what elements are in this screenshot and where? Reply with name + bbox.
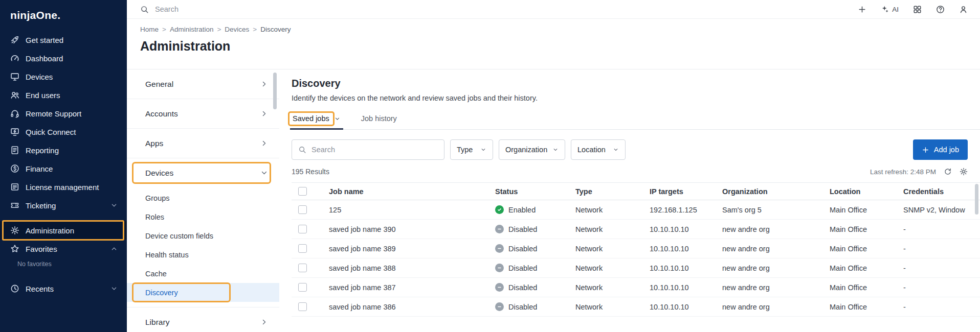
select-all-checkbox[interactable] — [298, 187, 307, 196]
help-icon[interactable] — [936, 5, 945, 14]
table-scrollbar[interactable] — [975, 184, 978, 215]
headset-icon — [10, 109, 19, 118]
finance-icon — [10, 164, 19, 173]
row-checkbox-cell — [292, 244, 329, 253]
subnav-item-general[interactable]: General — [127, 69, 279, 99]
breadcrumb-item-devices[interactable]: Devices — [225, 26, 249, 33]
row-checkbox[interactable] — [298, 225, 307, 233]
column-header-location[interactable]: Location — [830, 187, 903, 196]
sidebar-item-label: Favorites — [26, 245, 57, 253]
sidebar-item-remote-support[interactable]: Remote Support — [0, 104, 127, 123]
subnav-child-health-status[interactable]: Health status — [127, 245, 279, 264]
toolbar: TypeOrganizationLocation Add job — [292, 139, 980, 160]
subnav-item-library[interactable]: Library — [127, 307, 279, 332]
type-cell: Network — [575, 264, 650, 272]
column-header-ip-targets[interactable]: IP targets — [650, 187, 722, 196]
add-job-button[interactable]: Add job — [913, 139, 968, 160]
refresh-icon[interactable] — [944, 168, 952, 176]
table-settings-icon[interactable] — [960, 168, 968, 176]
content-row: GeneralAccountsAppsDevicesGroupsRolesDev… — [127, 69, 980, 332]
row-checkbox-cell — [292, 302, 329, 312]
subnav-child-cache[interactable]: Cache — [127, 264, 279, 283]
table-row[interactable]: 125EnabledNetwork192.168.1.125Sam's org … — [292, 200, 980, 220]
ip-targets-cell: 10.10.10.10 — [650, 303, 722, 311]
monitor-icon — [10, 72, 19, 81]
gauge-icon — [10, 54, 19, 63]
breadcrumb-item-home[interactable]: Home — [140, 26, 159, 33]
subnav-item-devices[interactable]: Devices — [127, 158, 279, 187]
quick-add-icon[interactable] — [858, 5, 866, 14]
chevron-right-icon — [260, 110, 268, 117]
sidebar-item-end-users[interactable]: End users — [0, 86, 127, 104]
sidebar-item-get-started[interactable]: Get started — [0, 31, 127, 49]
filter-label: Organization — [505, 146, 547, 154]
status-disabled-icon — [495, 264, 504, 272]
filter-location[interactable]: Location — [571, 139, 626, 160]
ninjaone-logo[interactable]: ninjaOne. — [0, 6, 127, 31]
table-row[interactable]: saved job name 386DisabledNetwork10.10.1… — [292, 297, 980, 317]
sidebar-item-label: Recents — [26, 284, 54, 293]
row-checkbox[interactable] — [298, 264, 307, 272]
sidebar-item-license-management[interactable]: License management — [0, 178, 127, 196]
row-checkbox[interactable] — [298, 283, 307, 292]
sidebar-item-quick-connect[interactable]: Quick Connect — [0, 123, 127, 141]
subnav-item-accounts[interactable]: Accounts — [127, 99, 279, 128]
row-checkbox[interactable] — [298, 302, 307, 311]
table-search-input[interactable] — [311, 146, 438, 154]
status-disabled-icon — [495, 225, 504, 233]
ip-targets-cell: 10.10.10.10 — [650, 283, 722, 292]
table-row[interactable]: saved job name 389DisabledNetwork10.10.1… — [292, 239, 980, 258]
breadcrumb-separator: > — [253, 26, 257, 33]
organization-cell: Sam's org 5 — [722, 206, 830, 214]
sidebar-item-label: Administration — [26, 226, 74, 235]
sidebar-item-administration[interactable]: Administration — [0, 221, 127, 240]
tab-job-history[interactable]: Job history — [360, 114, 398, 129]
subnav-child-device-custom-fields[interactable]: Device custom fields — [127, 226, 279, 245]
column-header-type[interactable]: Type — [575, 187, 650, 196]
chevron-right-icon — [260, 318, 268, 326]
subnav-child-discovery[interactable]: Discovery — [127, 283, 279, 302]
user-profile-icon[interactable] — [959, 5, 968, 14]
ticket-icon — [10, 201, 19, 210]
column-header-status[interactable]: Status — [495, 187, 575, 196]
sidebar-item-ticketing[interactable]: Ticketing — [0, 196, 127, 215]
page-title: Administration — [127, 33, 980, 62]
global-search[interactable] — [140, 5, 370, 14]
row-checkbox[interactable] — [298, 205, 307, 214]
row-checkbox[interactable] — [298, 244, 307, 253]
ai-button[interactable]: AI — [881, 5, 899, 13]
last-refresh-text: Last refresh: 2:48 PM — [870, 168, 936, 176]
apps-grid-icon[interactable] — [913, 5, 922, 14]
column-header-job-name[interactable]: Job name — [329, 187, 495, 196]
sidebar-item-dashboard[interactable]: Dashboard — [0, 49, 127, 67]
subnav-child-label: Device custom fields — [145, 232, 213, 240]
job-name-cell: saved job name 387 — [329, 283, 495, 292]
global-search-input[interactable] — [155, 5, 370, 13]
table-row[interactable]: saved job name 387DisabledNetwork10.10.1… — [292, 278, 980, 297]
sidebar-item-favorites[interactable]: Favorites — [0, 240, 127, 258]
sidebar-item-reporting[interactable]: Reporting — [0, 141, 127, 159]
breadcrumb-item-administration[interactable]: Administration — [170, 26, 214, 33]
subnav-child-roles[interactable]: Roles — [127, 207, 279, 226]
filter-type[interactable]: Type — [450, 139, 493, 160]
ai-label: AI — [892, 6, 899, 13]
breadcrumb-item-discovery[interactable]: Discovery — [260, 26, 291, 33]
type-cell: Network — [575, 206, 650, 214]
subnav-child-groups[interactable]: Groups — [127, 188, 279, 207]
filter-organization[interactable]: Organization — [499, 139, 565, 160]
sidebar-item-devices[interactable]: Devices — [0, 67, 127, 86]
section-description: Identify the devices on the network and … — [292, 94, 980, 102]
column-header-credentials[interactable]: Credentials — [903, 187, 980, 196]
subnav-item-apps[interactable]: Apps — [127, 129, 279, 158]
sidebar-item-recents[interactable]: Recents — [0, 279, 127, 298]
table-row[interactable]: saved job name 390DisabledNetwork10.10.1… — [292, 220, 980, 239]
topbar: AI — [127, 0, 980, 19]
sidebar-item-finance[interactable]: Finance — [0, 159, 127, 178]
type-cell: Network — [575, 283, 650, 292]
table-row[interactable]: saved job name 388DisabledNetwork10.10.1… — [292, 258, 980, 278]
subnav-section-library: Library — [127, 307, 279, 332]
tab-saved-jobs[interactable]: Saved jobs — [292, 114, 342, 129]
table-search[interactable] — [292, 139, 444, 160]
column-header-organization[interactable]: Organization — [722, 187, 830, 196]
caret-down-icon[interactable] — [334, 115, 341, 122]
